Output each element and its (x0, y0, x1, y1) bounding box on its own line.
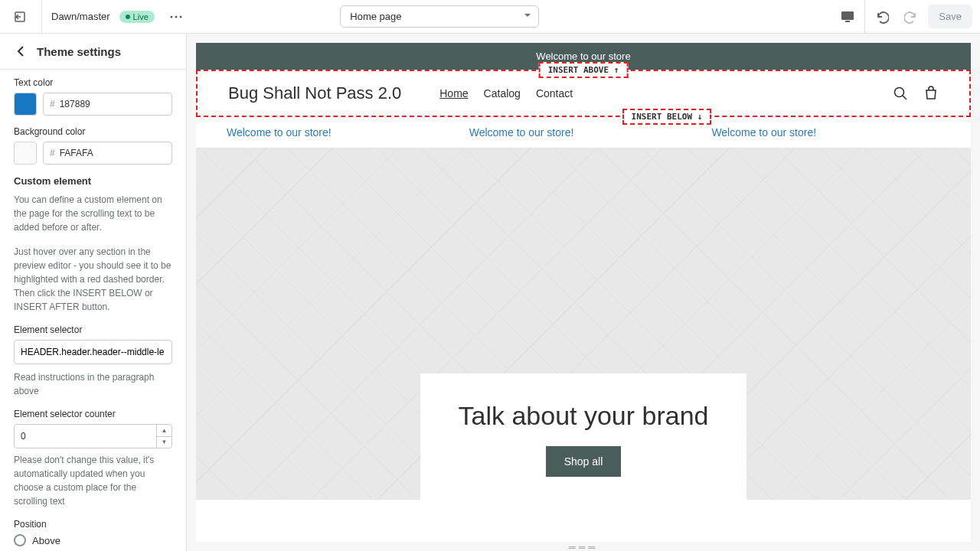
selector-label: Element selector (14, 324, 172, 335)
search-icon[interactable] (893, 86, 908, 101)
custom-element-heading: Custom element (14, 175, 172, 187)
more-button[interactable] (164, 5, 188, 29)
help-text-2: Just hover over any section in the previ… (14, 245, 172, 314)
counter-hint: Please don't change this value, it's aut… (14, 453, 172, 508)
radio-above[interactable]: Above (14, 534, 172, 546)
desktop-view-button[interactable] (835, 5, 860, 29)
position-label: Position (14, 519, 172, 530)
insert-below-button[interactable]: INSERT BELOW ↓ (622, 109, 712, 125)
stepper-down-icon[interactable]: ▼ (157, 437, 172, 448)
redo-button[interactable] (899, 5, 923, 29)
insert-above-button[interactable]: INSERT ABOVE ↑ (539, 62, 629, 78)
stepper-up-icon[interactable]: ▲ (157, 425, 172, 437)
bg-color-swatch[interactable] (14, 142, 37, 165)
page-selector[interactable]: Home page (340, 5, 539, 28)
svg-point-2 (175, 15, 177, 18)
bg-color-input[interactable]: #FAFAFA (43, 142, 172, 165)
selector-hint: Read instructions in the paragraph above (14, 370, 172, 398)
nav-catalog[interactable]: Catalog (484, 87, 521, 99)
nav-home[interactable]: Home (439, 87, 468, 99)
shop-all-button[interactable]: Shop all (546, 446, 622, 477)
svg-point-3 (179, 15, 181, 18)
undo-button[interactable] (870, 5, 894, 29)
top-toolbar: Dawn/master Live Home page Save (0, 0, 980, 34)
svg-point-1 (170, 15, 172, 18)
svg-rect-4 (841, 11, 854, 20)
svg-point-6 (895, 88, 904, 97)
save-button[interactable]: Save (928, 5, 972, 28)
bg-color-label: Background color (14, 126, 172, 137)
drag-handle[interactable]: ═══ (557, 542, 610, 551)
counter-input[interactable]: 0 ▲▼ (14, 424, 172, 448)
cart-icon[interactable] (923, 86, 939, 101)
status-badge: Live (119, 11, 155, 23)
counter-label: Element selector counter (14, 409, 172, 419)
selector-input[interactable] (14, 340, 172, 364)
text-color-input[interactable]: #187889 (43, 93, 172, 116)
hero-title: Talk about your brand (459, 401, 709, 431)
text-color-swatch[interactable] (14, 93, 37, 116)
preview-pane: Welcome to our store INSERT ABOVE ↑ INSE… (187, 34, 980, 551)
theme-name: Dawn/master (51, 11, 110, 22)
text-color-label: Text color (14, 77, 172, 88)
back-button[interactable] (14, 44, 28, 58)
scrolling-text: Welcome to our store! Welcome to our sto… (196, 117, 971, 148)
svg-rect-5 (845, 21, 850, 22)
store-nav: Home Catalog Contact (439, 87, 573, 99)
help-text-1: You can define a custom element on the p… (14, 193, 172, 234)
settings-sidebar: Theme settings Text color #187889 Backgr… (0, 34, 187, 551)
store-name: Bug Shall Not Pass 2.0 (228, 83, 401, 103)
exit-button[interactable] (8, 5, 32, 29)
hero-section: Talk about your brand Shop all (196, 148, 971, 500)
nav-contact[interactable]: Contact (536, 87, 573, 99)
sidebar-title: Theme settings (37, 45, 121, 58)
